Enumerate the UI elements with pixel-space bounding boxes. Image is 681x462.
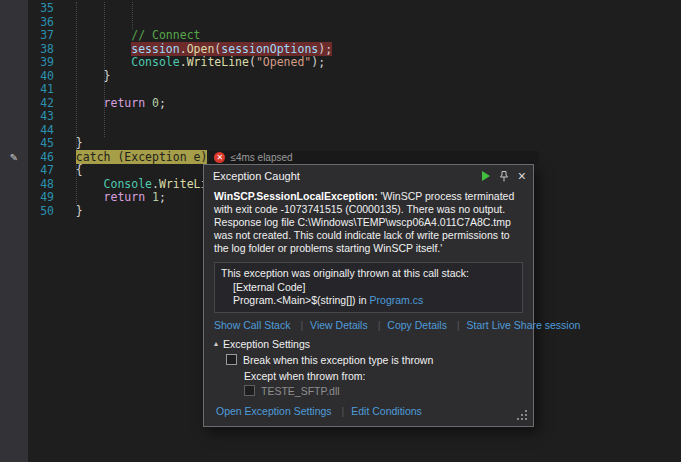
resize-grip[interactable]: [525, 410, 527, 412]
copy-details-link[interactable]: Copy Details: [371, 319, 447, 331]
module-checkbox-row[interactable]: TESTE_SFTP.dll: [244, 385, 523, 397]
line-number[interactable]: 41: [28, 83, 54, 97]
code-line[interactable]: 35: [0, 2, 681, 16]
open-exception-settings-link[interactable]: Open Exception Settings: [216, 405, 332, 417]
code-text[interactable]: catch (Exception e)✕≤4ms elapsed: [62, 151, 681, 165]
line-number[interactable]: 35: [28, 2, 54, 16]
breakpoint-gutter[interactable]: [0, 70, 28, 84]
breakpoint-gutter[interactable]: [0, 178, 28, 192]
breakpoint-gutter[interactable]: [0, 137, 28, 151]
code-token: .: [152, 177, 159, 191]
code-line[interactable]: 37 // Connect: [0, 29, 681, 43]
callstack-frame-external: [External Code]: [221, 281, 516, 295]
perftip-text: ≤4ms elapsed: [230, 151, 292, 165]
line-number[interactable]: 36: [28, 16, 54, 30]
close-icon[interactable]: ×: [518, 171, 526, 182]
code-line[interactable]: 44: [0, 124, 681, 138]
line-number[interactable]: 40: [28, 70, 54, 84]
program-cs-link[interactable]: Program.cs: [370, 294, 424, 306]
code-token: return: [104, 96, 146, 110]
line-number[interactable]: 44: [28, 124, 54, 138]
breakpoint-gutter[interactable]: [0, 43, 28, 57]
code-line[interactable]: 40 }: [0, 70, 681, 84]
exception-message: WinSCP.SessionLocalException: 'WinSCP pr…: [214, 190, 523, 255]
line-number[interactable]: 38: [28, 43, 54, 57]
code-text[interactable]: }: [62, 137, 681, 151]
code-text[interactable]: [62, 110, 681, 124]
code-line[interactable]: 41: [0, 83, 681, 97]
continue-icon[interactable]: [482, 171, 490, 181]
code-line[interactable]: 42 return 0;: [0, 97, 681, 111]
callstack-heading: This exception was originally thrown at …: [221, 267, 516, 281]
code-line[interactable]: ✎46 catch (Exception e)✕≤4ms elapsed: [0, 151, 681, 165]
breakpoint-gutter[interactable]: [0, 124, 28, 138]
exception-icon: ✕: [214, 152, 225, 163]
perftip[interactable]: ✕≤4ms elapsed: [209, 151, 539, 165]
exception-settings-header[interactable]: ▴ Exception Settings: [214, 338, 523, 350]
breakpoint-gutter[interactable]: [0, 97, 28, 111]
line-number[interactable]: 47: [28, 164, 54, 178]
line-number[interactable]: 45: [28, 137, 54, 151]
callstack-frame-text: Program.<Main>$(string[]) in: [233, 294, 370, 306]
breakpoint-gutter[interactable]: [0, 191, 28, 205]
line-number[interactable]: 42: [28, 97, 54, 111]
edit-conditions-link[interactable]: Edit Conditions: [335, 405, 422, 417]
popup-title-icons: ×: [482, 170, 526, 182]
code-token: Open: [187, 42, 215, 56]
code-text[interactable]: }: [62, 70, 681, 84]
breakpoint-gutter[interactable]: [0, 83, 28, 97]
edit-pencil-icon[interactable]: ✎: [0, 151, 28, 165]
breakpoint-gutter[interactable]: [0, 164, 28, 178]
module-checkbox[interactable]: [244, 385, 255, 396]
breakpoint-gutter[interactable]: [0, 16, 28, 30]
break-checkbox-label: Break when this exception type is thrown: [243, 354, 433, 366]
code-text[interactable]: [62, 16, 681, 30]
code-line[interactable]: 38 session.Open(sessionOptions);: [0, 43, 681, 57]
breakpoint-gutter[interactable]: [0, 29, 28, 43]
code-token: "Opened": [256, 55, 311, 69]
popup-title-bar[interactable]: Exception Caught ×: [204, 165, 533, 185]
code-token: }: [104, 69, 111, 83]
code-token: .: [180, 42, 187, 56]
code-token: (: [249, 55, 256, 69]
code-token: [145, 190, 152, 204]
code-text[interactable]: [62, 2, 681, 16]
breakpoint-gutter[interactable]: [0, 2, 28, 16]
breakpoint-gutter[interactable]: [0, 56, 28, 70]
code-line[interactable]: 39 Console.WriteLine("Opened");: [0, 56, 681, 70]
exception-type: WinSCP.SessionLocalException:: [214, 190, 378, 202]
popup-title: Exception Caught: [213, 170, 482, 182]
line-number[interactable]: 46: [28, 151, 54, 165]
code-token: .: [180, 55, 187, 69]
code-text[interactable]: return 0;: [62, 97, 681, 111]
code-token: }: [76, 204, 83, 218]
code-token: [145, 96, 152, 110]
code-text[interactable]: Console.WriteLine("Opened");: [62, 56, 681, 70]
line-number[interactable]: 43: [28, 110, 54, 124]
pin-icon[interactable]: [499, 170, 509, 182]
code-token: }: [76, 136, 83, 150]
break-checkbox[interactable]: [226, 354, 237, 365]
breakpoint-gutter[interactable]: [0, 205, 28, 219]
code-token: catch (Exception e): [76, 150, 208, 164]
code-text[interactable]: [62, 83, 681, 97]
breakpoint-gutter[interactable]: [0, 110, 28, 124]
break-checkbox-row[interactable]: Break when this exception type is thrown: [226, 354, 523, 366]
line-number[interactable]: 39: [28, 56, 54, 70]
line-number[interactable]: 37: [28, 29, 54, 43]
view-details-link[interactable]: View Details: [293, 319, 367, 331]
code-line[interactable]: 43: [0, 110, 681, 124]
code-text[interactable]: [62, 124, 681, 138]
code-text[interactable]: // Connect: [62, 29, 681, 43]
code-line[interactable]: 36: [0, 16, 681, 30]
line-number[interactable]: 48: [28, 178, 54, 192]
show-call-stack-link[interactable]: Show Call Stack: [214, 319, 290, 331]
code-token: );: [318, 42, 332, 56]
start-live-share-link[interactable]: Start Live Share session: [450, 319, 581, 331]
code-line[interactable]: 45 }: [0, 137, 681, 151]
module-checkbox-label: TESTE_SFTP.dll: [261, 385, 340, 397]
settings-links: Open Exception Settings Edit Conditions: [216, 405, 523, 417]
line-number[interactable]: 49: [28, 191, 54, 205]
code-text[interactable]: session.Open(sessionOptions);: [62, 43, 681, 57]
line-number[interactable]: 50: [28, 205, 54, 219]
